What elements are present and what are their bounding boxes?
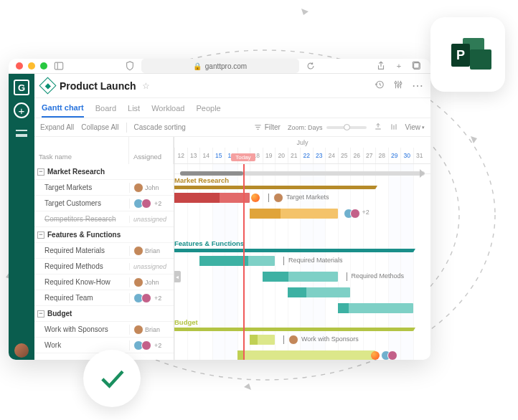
new-project-button[interactable]: + (14, 102, 29, 118)
task-name: Budget (47, 310, 72, 318)
calendar-day: 20 (275, 148, 288, 163)
panel-collapse-handle[interactable]: ◂ (174, 271, 181, 282)
url-text: ganttpro.com (205, 62, 247, 70)
share-button[interactable] (375, 59, 387, 72)
current-user-avatar[interactable] (14, 343, 29, 358)
window-maximize-button[interactable] (40, 62, 47, 70)
task-name: Features & Functions (47, 231, 121, 239)
task-bar-assignees: +2 (344, 209, 369, 219)
task-bar[interactable] (237, 350, 376, 360)
rail-menu-icon[interactable] (16, 130, 27, 137)
calendar-day: 23 (313, 148, 326, 163)
task-bar[interactable]: Required Methods (263, 272, 338, 282)
svg-point-11 (395, 81, 397, 83)
calendar-day: 22 (300, 148, 313, 163)
group-bar-label: Market Research (174, 176, 229, 184)
calendar-day: 14 (199, 148, 212, 163)
columns-icon[interactable] (390, 123, 398, 133)
address-bar[interactable]: 🔒 ganttpro.com (141, 59, 299, 73)
tab-gantt[interactable]: Gantt chart (42, 98, 84, 118)
more-menu-icon[interactable]: ⋯ (412, 79, 423, 92)
privacy-shield-button[interactable] (123, 59, 136, 72)
task-bar-label: Work with Sponsors (278, 335, 359, 345)
group-bar[interactable] (174, 186, 375, 189)
project-bar: ◆ Product Launch ☆ ⋯ (34, 74, 430, 98)
assignee-cell[interactable]: +2 (129, 340, 174, 350)
tab-list[interactable]: List (128, 98, 140, 118)
assignee-cell[interactable]: John (129, 183, 174, 193)
task-group-row[interactable]: −Budget (34, 306, 174, 322)
zoom-control[interactable]: Zoom: Days (288, 124, 367, 131)
task-name: Required Know-How (44, 278, 110, 286)
task-row[interactable]: Required Team+2 (34, 290, 174, 306)
app-logo[interactable]: G (14, 80, 29, 95)
collapse-all-button[interactable]: Collapse All (81, 123, 118, 131)
tab-overview-button[interactable] (410, 59, 423, 72)
svg-point-12 (397, 85, 400, 87)
assignee-cell[interactable]: Brian (129, 325, 174, 335)
new-tab-button[interactable]: + (392, 59, 405, 72)
tab-people[interactable]: People (196, 98, 220, 118)
svg-point-13 (400, 82, 402, 84)
col-header-assigned: Assigned (129, 137, 174, 164)
task-bar-label: Required Materials (278, 257, 343, 265)
export-icon[interactable] (374, 123, 382, 133)
calendar-month: July (174, 137, 430, 148)
task-row[interactable]: Required Methodsunassigned (34, 259, 174, 275)
group-bar[interactable] (174, 249, 413, 252)
expand-all-button[interactable]: Expand All (40, 123, 74, 131)
calendar-day: 28 (375, 148, 388, 163)
lock-icon: 🔒 (193, 62, 202, 70)
gantt-chart[interactable]: July 12131415161718192021222324252627282… (174, 137, 430, 360)
task-bar[interactable]: +2 (250, 209, 338, 219)
favorite-star-button[interactable]: ☆ (142, 81, 150, 91)
window-close-button[interactable] (16, 62, 23, 70)
task-row[interactable]: Required MaterialsBrian (34, 243, 174, 259)
calendar-day: 12 (174, 148, 187, 163)
task-row[interactable]: Target MarketsJohn (34, 180, 174, 196)
task-bar[interactable]: Work with Sponsors (250, 335, 275, 345)
collapse-group-button[interactable]: − (37, 232, 44, 239)
col-header-name: Task name (34, 137, 129, 164)
task-row[interactable]: Required Know-HowJohn (34, 275, 174, 290)
assignee-cell[interactable]: unassigned (129, 263, 174, 270)
calendar-day: 26 (350, 148, 363, 163)
task-grid: Task name Assigned −Market ResearchTarge… (34, 137, 174, 360)
task-bar[interactable] (338, 303, 413, 313)
window-minimize-button[interactable] (28, 62, 35, 70)
sidebar-toggle-button[interactable] (52, 59, 65, 72)
ms-project-letter: P (451, 44, 470, 67)
calendar-day: 29 (388, 148, 401, 163)
task-bar[interactable] (288, 287, 351, 297)
task-bar-label: Target Markets (263, 193, 329, 203)
group-bar-label: Budget (174, 318, 198, 326)
task-row[interactable]: Competitors Researchunassigned (34, 211, 174, 227)
tab-board[interactable]: Board (95, 98, 116, 118)
task-name: Required Materials (44, 247, 105, 254)
task-row[interactable]: Work with SponsorsBrian (34, 322, 174, 338)
settings-sliders-icon[interactable] (393, 80, 403, 92)
task-bar[interactable]: Required Materials (199, 256, 275, 266)
collapse-group-button[interactable]: − (37, 310, 44, 318)
filter-button[interactable]: Filter (254, 123, 281, 131)
history-icon[interactable] (375, 80, 385, 92)
task-group-row[interactable]: −Market Research (34, 164, 174, 180)
group-bar[interactable] (174, 328, 413, 331)
calendar-day: 13 (187, 148, 200, 163)
assignee-cell[interactable]: Brian (129, 246, 174, 256)
tab-workload[interactable]: Workload (151, 98, 184, 118)
task-bar-label: Required Methods (341, 272, 405, 281)
assignee-cell[interactable]: +2 (129, 293, 174, 303)
calendar-day: 27 (363, 148, 376, 163)
assignee-cell[interactable]: +2 (129, 199, 174, 209)
cascade-sorting-button[interactable]: Cascade sorting (134, 123, 186, 131)
collapse-group-button[interactable]: − (37, 168, 44, 176)
calendar-day: 24 (325, 148, 338, 163)
task-row[interactable]: Target Customers+2 (34, 196, 174, 211)
assignee-cell[interactable]: John (129, 277, 174, 287)
assignee-cell[interactable]: unassigned (129, 216, 174, 223)
task-group-row[interactable]: −Features & Functions (34, 227, 174, 243)
view-button[interactable]: View ▾ (405, 123, 425, 131)
task-bar[interactable]: Target Markets (174, 193, 250, 203)
reload-button[interactable] (304, 59, 317, 72)
